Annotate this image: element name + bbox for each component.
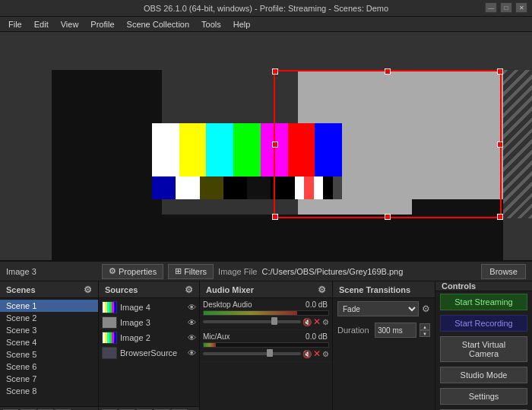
audio-volume-slider-2[interactable] xyxy=(203,352,301,355)
scene-item[interactable]: Scene 1 xyxy=(0,300,98,312)
bar-red xyxy=(288,123,315,176)
duration-input[interactable] xyxy=(375,323,416,338)
gear-icon: ⚙ xyxy=(109,266,116,276)
properties-button[interactable]: ⚙ Properties xyxy=(102,264,163,279)
sources-gear-icon[interactable]: ⚙ xyxy=(185,284,193,295)
duration-row: Duration ▲ ▼ xyxy=(333,319,435,341)
image-file-path: C:/Users/OBS/Pictures/Grey169B.png xyxy=(261,267,477,276)
menu-tools[interactable]: Tools xyxy=(196,19,226,30)
scene-item[interactable]: Scene 6 xyxy=(0,361,98,373)
audio-track-name-2: Mic/Aux xyxy=(203,332,306,341)
properties-bar: Image 3 ⚙ Properties ⊞ Filters Image Fil… xyxy=(0,262,532,281)
bar-cyan xyxy=(206,123,233,176)
start-streaming-button[interactable]: Start Streaming xyxy=(440,294,527,310)
filters-label: Filters xyxy=(184,267,207,276)
properties-label: Properties xyxy=(119,267,157,276)
audio-settings-icon-2[interactable]: ⚙ xyxy=(322,350,329,358)
controls-panel: Controls Start Streaming Start Recording… xyxy=(435,281,532,410)
browse-button[interactable]: Browse xyxy=(481,264,526,279)
audio-level-fill xyxy=(204,311,297,315)
transition-gear-icon[interactable]: ⚙ xyxy=(422,304,430,314)
audio-slider-thumb-2 xyxy=(267,349,273,357)
bar-blue xyxy=(315,123,342,176)
audio-x-icon[interactable]: ✕ xyxy=(313,316,321,327)
menu-file[interactable]: File xyxy=(3,19,27,30)
menu-help[interactable]: Help xyxy=(228,19,256,30)
menu-view[interactable]: View xyxy=(55,19,84,30)
audio-title: Audio Mixer xyxy=(206,285,254,294)
bar2-7 xyxy=(295,176,305,199)
scene-item[interactable]: Scene 7 xyxy=(0,373,98,385)
window-controls: — □ ✕ xyxy=(485,2,527,13)
minimize-button[interactable]: — xyxy=(485,2,497,13)
audio-x-icon-2[interactable]: ✕ xyxy=(313,348,321,359)
source-eye-icon[interactable]: 👁 xyxy=(188,348,196,358)
bar-yellow xyxy=(179,123,207,176)
source-item[interactable]: Image 2 👁 xyxy=(99,330,199,345)
settings-button[interactable]: Settings xyxy=(440,388,527,405)
duration-down-button[interactable]: ▼ xyxy=(420,330,430,337)
source-item[interactable]: Image 3 👁 xyxy=(99,315,199,330)
color-bars xyxy=(152,123,342,199)
audio-gear-icon[interactable]: ⚙ xyxy=(318,284,326,295)
duration-label: Duration xyxy=(337,326,372,335)
source-eye-icon[interactable]: 👁 xyxy=(188,333,196,342)
source-item[interactable]: BrowserSource 👁 xyxy=(99,345,199,361)
source-name: Image 4 xyxy=(120,303,185,312)
bars-bottom xyxy=(152,176,342,199)
bar2-5 xyxy=(247,176,271,199)
scene-item[interactable]: Scene 5 xyxy=(0,348,98,361)
audio-volume-slider[interactable] xyxy=(203,320,301,323)
menu-scene-collection[interactable]: Scene Collection xyxy=(122,19,195,30)
controls-header: Controls xyxy=(435,281,532,291)
close-button[interactable]: ✕ xyxy=(515,2,527,13)
controls-title: Controls xyxy=(442,281,476,291)
scene-item[interactable]: Scene 8 xyxy=(0,385,98,397)
source-item[interactable]: Image 4 👁 xyxy=(99,300,199,315)
menu-profile[interactable]: Profile xyxy=(85,19,119,30)
duration-spinner: ▲ ▼ xyxy=(420,323,430,337)
handle-tl[interactable] xyxy=(272,68,278,75)
audio-mute-icon-2[interactable]: 🔇 xyxy=(302,350,312,358)
source-name: Image 2 xyxy=(120,333,185,342)
scenes-panel: Scenes ⚙ Scene 1 Scene 2 Scene 3 Scene 4… xyxy=(0,281,99,410)
scenes-title: Scenes xyxy=(6,285,36,294)
duration-up-button[interactable]: ▲ xyxy=(420,323,430,330)
scenes-gear-icon[interactable]: ⚙ xyxy=(84,284,92,295)
scene-list: Scene 1 Scene 2 Scene 3 Scene 4 Scene 5 … xyxy=(0,298,98,406)
bar2-2 xyxy=(176,176,199,199)
preview-black-bottom xyxy=(52,215,432,260)
bar2-3 xyxy=(200,176,223,199)
image-file-label: Image File xyxy=(218,267,257,276)
source-eye-icon[interactable]: 👁 xyxy=(188,303,196,312)
scene-item[interactable]: Scene 3 xyxy=(0,324,98,336)
thumb-grey xyxy=(103,317,116,328)
scene-item[interactable]: Scene 4 xyxy=(0,336,98,348)
sources-footer: + — ⚙ ∧ ∨ xyxy=(99,406,199,410)
transition-select-row: Fade Cut Swipe ⚙ xyxy=(333,298,435,319)
audio-mute-icon[interactable]: 🔇 xyxy=(302,318,312,326)
thumb-bars2 xyxy=(103,332,116,343)
source-thumbnail xyxy=(102,316,117,329)
studio-mode-button[interactable]: Studio Mode xyxy=(440,367,527,383)
bar-green xyxy=(233,123,261,176)
transition-select[interactable]: Fade Cut Swipe xyxy=(337,301,419,316)
source-thumbnail xyxy=(102,301,117,313)
thumb-globe xyxy=(103,348,116,358)
scene-item[interactable]: Scene 2 xyxy=(0,312,98,324)
maximize-button[interactable]: □ xyxy=(500,2,512,13)
transitions-title: Scene Transitions xyxy=(339,285,410,294)
audio-controls: 🔇 ✕ ⚙ xyxy=(203,316,329,327)
start-virtual-camera-button[interactable]: Start Virtual Camera xyxy=(440,336,527,362)
filter-icon: ⊞ xyxy=(175,266,182,276)
audio-panel: Audio Mixer ⚙ Desktop Audio 0.0 dB 🔇 ✕ ⚙ xyxy=(200,281,333,410)
bar2-6 xyxy=(271,176,294,199)
menu-edit[interactable]: Edit xyxy=(29,19,54,30)
start-recording-button[interactable]: Start Recording xyxy=(440,315,527,332)
audio-settings-icon[interactable]: ⚙ xyxy=(322,318,329,326)
source-name: Image 3 xyxy=(120,318,185,327)
filters-button[interactable]: ⊞ Filters xyxy=(168,264,214,279)
audio-track-desktop: Desktop Audio 0.0 dB 🔇 ✕ ⚙ xyxy=(200,298,332,330)
title-bar: OBS 26.1.0 (64-bit, windows) - Profile: … xyxy=(0,0,532,17)
source-eye-icon[interactable]: 👁 xyxy=(188,318,196,327)
